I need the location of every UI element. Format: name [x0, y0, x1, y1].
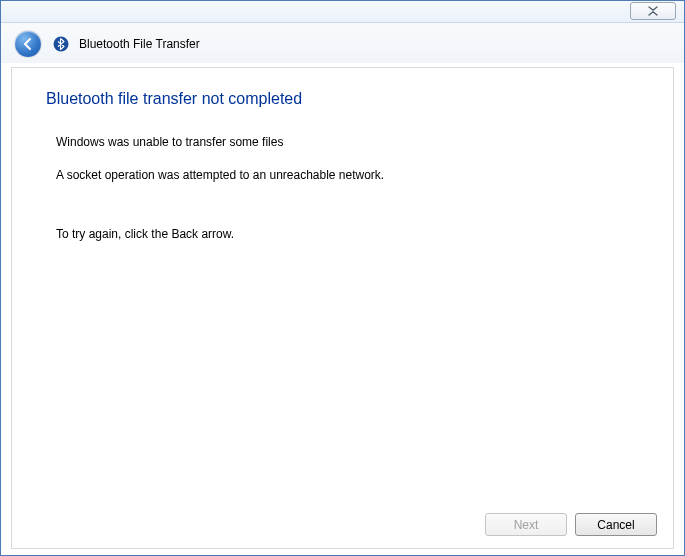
next-button: Next — [485, 513, 567, 536]
close-button[interactable] — [630, 2, 676, 20]
back-arrow-icon — [21, 37, 35, 51]
back-button[interactable] — [15, 31, 41, 57]
content-panel: Bluetooth file transfer not completed Wi… — [11, 67, 674, 549]
retry-hint: To try again, click the Back arrow. — [56, 226, 645, 243]
titlebar — [1, 1, 684, 23]
close-icon — [647, 6, 659, 16]
wizard-window: Bluetooth File Transfer Bluetooth file t… — [0, 0, 685, 556]
header-row: Bluetooth File Transfer — [1, 23, 684, 63]
cancel-button[interactable]: Cancel — [575, 513, 657, 536]
wizard-button-row: Next Cancel — [485, 513, 657, 536]
error-summary: Windows was unable to transfer some file… — [56, 134, 645, 151]
error-detail: A socket operation was attempted to an u… — [56, 167, 645, 184]
page-heading: Bluetooth file transfer not completed — [46, 90, 645, 108]
window-title: Bluetooth File Transfer — [79, 37, 200, 51]
bluetooth-icon — [53, 36, 69, 52]
